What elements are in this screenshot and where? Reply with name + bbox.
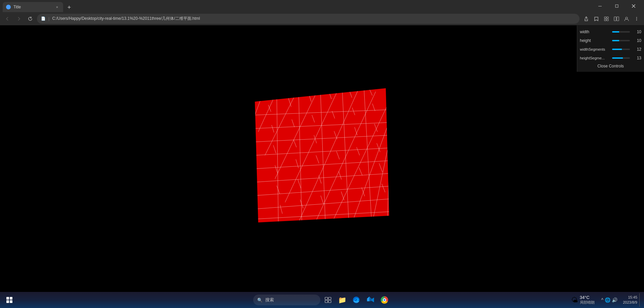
width-segments-value: 12	[632, 47, 641, 52]
more-button[interactable]	[632, 14, 641, 23]
width-control-row: width 10	[577, 28, 644, 36]
system-clock[interactable]: 15:45 2023/8/9	[623, 295, 637, 305]
close-controls-button[interactable]: Close Controls	[577, 62, 644, 70]
svg-rect-6	[604, 19, 606, 21]
window-minimize-button[interactable]	[592, 0, 608, 12]
bookmark-button[interactable]	[592, 14, 601, 23]
svg-rect-80	[10, 300, 12, 303]
tab-close-button[interactable]: ×	[54, 4, 60, 10]
address-icon: 📄	[41, 16, 46, 21]
content-area: width 10 height 10 widthSegments 12 heig…	[0, 25, 644, 292]
address-path: C:/Users/Happy/Desktop/city-real-time/13…	[52, 16, 200, 21]
profile-button[interactable]	[622, 14, 631, 23]
weather-widget[interactable]: 🌤 34°C 局部晴朗	[568, 294, 597, 306]
title-bar: Title × +	[0, 0, 644, 12]
svg-point-12	[636, 18, 637, 19]
taskbar-search[interactable]: 🔍 搜索	[253, 295, 320, 305]
taskbar-center: 🔍 搜索 📁	[253, 294, 391, 306]
volume-icon[interactable]: 🔊	[612, 297, 617, 303]
show-desktop-button[interactable]	[639, 293, 641, 307]
height-slider[interactable]	[612, 40, 630, 41]
height-segments-slider[interactable]	[612, 57, 630, 59]
svg-rect-77	[6, 297, 9, 300]
width-label: width	[580, 30, 610, 34]
svg-marker-88	[367, 297, 369, 301]
taskbar-file-explorer[interactable]: 📁	[336, 294, 349, 306]
back-button[interactable]	[3, 14, 12, 23]
svg-rect-1	[615, 5, 618, 7]
svg-rect-79	[6, 300, 9, 303]
svg-rect-5	[607, 17, 608, 18]
svg-point-10	[626, 17, 628, 19]
refresh-button[interactable]	[26, 14, 35, 23]
svg-point-11	[636, 17, 637, 17]
window-controls	[592, 0, 641, 12]
search-icon: 🔍	[257, 298, 263, 303]
browser-frame: Title × +	[0, 0, 644, 308]
height-segments-control-row: heightSegme... 13	[577, 54, 644, 62]
svg-marker-87	[372, 298, 374, 302]
weather-temp: 34°C	[580, 295, 595, 300]
width-slider[interactable]	[612, 31, 630, 33]
height-label: height	[580, 38, 610, 43]
taskbar: 🔍 搜索 📁	[0, 292, 644, 308]
weather-icon: 🌤	[571, 296, 578, 304]
3d-plane	[255, 88, 389, 224]
svg-rect-0	[598, 6, 602, 6]
weather-info: 34°C 局部晴朗	[580, 295, 595, 305]
svg-rect-7	[607, 19, 608, 21]
taskbar-right: 🌤 34°C 局部晴朗 ^ 🌐 🔊 15:45 2023/8/9	[568, 293, 641, 307]
controls-panel: width 10 height 10 widthSegments 12 heig…	[577, 25, 644, 72]
width-segments-slider[interactable]	[612, 49, 630, 50]
address-bar[interactable]: 📄 | C:/Users/Happy/Desktop/city-real-tim…	[37, 14, 580, 24]
svg-rect-81	[325, 297, 328, 300]
start-button[interactable]	[3, 293, 16, 307]
weather-desc: 局部晴朗	[580, 300, 595, 305]
svg-marker-15	[255, 88, 389, 222]
new-tab-button[interactable]: +	[64, 3, 74, 12]
forward-button[interactable]	[14, 14, 24, 23]
svg-rect-84	[328, 300, 331, 303]
width-segments-label: widthSegments	[580, 47, 610, 51]
height-segments-label: heightSegme...	[580, 56, 610, 60]
expand-tray-button[interactable]: ^	[601, 297, 604, 303]
taskbar-task-view[interactable]	[322, 294, 334, 306]
height-control-row: height 10	[577, 36, 644, 45]
svg-rect-4	[604, 17, 606, 18]
svg-rect-82	[328, 297, 331, 300]
nav-bar: 📄 | C:/Users/Happy/Desktop/city-real-tim…	[0, 12, 644, 25]
taskbar-vscode[interactable]	[364, 294, 377, 306]
svg-rect-8	[614, 17, 616, 21]
window-restore-button[interactable]	[609, 0, 625, 12]
svg-rect-9	[617, 17, 619, 21]
taskbar-chrome[interactable]	[378, 294, 391, 306]
tab-favicon	[6, 5, 11, 9]
svg-rect-78	[10, 297, 12, 300]
address-separator: |	[48, 16, 49, 21]
taskbar-left	[3, 293, 16, 307]
svg-point-13	[636, 19, 637, 20]
svg-marker-89	[369, 297, 372, 301]
search-placeholder: 搜索	[265, 297, 274, 303]
active-tab[interactable]: Title ×	[3, 2, 63, 12]
taskbar-edge[interactable]	[350, 294, 363, 306]
window-close-button[interactable]	[626, 0, 641, 12]
sys-tray: ^ 🌐 🔊	[599, 297, 620, 303]
tab-title: Title	[13, 5, 52, 9]
network-icon[interactable]: 🌐	[605, 297, 610, 303]
height-segments-value: 13	[632, 56, 641, 60]
extensions-button[interactable]	[602, 14, 611, 23]
nav-right-buttons	[582, 14, 641, 23]
canvas-area	[0, 25, 644, 292]
svg-rect-83	[325, 300, 328, 303]
share-button[interactable]	[582, 14, 591, 23]
width-segments-control-row: widthSegments 12	[577, 45, 644, 54]
clock-time: 15:45	[628, 295, 637, 300]
split-screen-button[interactable]	[612, 14, 621, 23]
clock-date: 2023/8/9	[623, 300, 637, 305]
width-value: 10	[632, 30, 641, 34]
height-value: 10	[632, 38, 641, 43]
tab-area: Title × +	[3, 0, 590, 12]
